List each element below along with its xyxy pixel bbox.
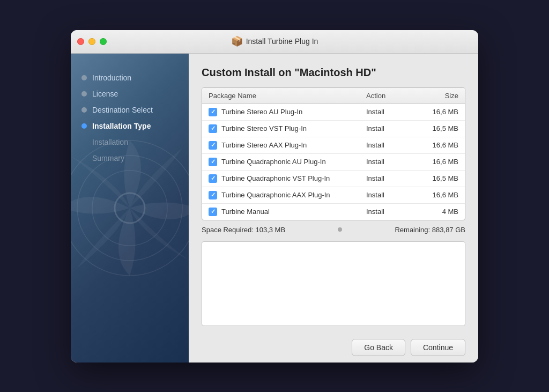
checkbox-row-4[interactable]	[209, 174, 217, 183]
col-header-name: Package Name	[202, 88, 360, 104]
checkbox-row-5[interactable]	[209, 191, 217, 199]
sidebar-dot-summary	[81, 156, 87, 161]
package-action-1: Install	[360, 120, 412, 137]
table-row[interactable]: Turbine Quadraphonic AAX Plug-InInstall1…	[202, 187, 465, 203]
package-size-5: 16,6 MB	[412, 187, 465, 203]
package-size-2: 16,6 MB	[412, 137, 465, 153]
page-title: Custom Install on "Macintosh HD"	[189, 54, 478, 87]
table-row[interactable]: Turbine Quadraphonic VST Plug-InInstall1…	[202, 170, 465, 187]
package-action-2: Install	[360, 137, 412, 153]
sidebar-label-destination: Destination Select	[92, 106, 153, 114]
checkbox-row-0[interactable]	[209, 108, 217, 116]
sidebar-label-installation-type: Installation Type	[92, 122, 151, 130]
go-back-button[interactable]: Go Back	[352, 339, 405, 356]
scroll-dot	[338, 227, 342, 232]
package-size-1: 16,5 MB	[412, 120, 465, 137]
sidebar: Introduction License Destination Select …	[71, 54, 189, 363]
installer-window: 📦 Install Turbine Plug In	[71, 30, 478, 363]
package-name-4: Turbine Quadraphonic VST Plug-In	[221, 174, 330, 182]
table-row[interactable]: Turbine Stereo AAX Plug-InInstall16,6 MB	[202, 137, 465, 153]
remaining-space: Remaining: 883,87 GB	[395, 226, 465, 234]
description-area	[202, 241, 465, 326]
titlebar: 📦 Install Turbine Plug In	[71, 30, 478, 54]
package-size-6: 4 MB	[412, 203, 465, 220]
space-required-label: Space Required:	[202, 226, 254, 234]
package-size-0: 16,6 MB	[412, 103, 465, 120]
package-name-1: Turbine Stereo VST Plug-In	[221, 124, 307, 132]
window-title: 📦 Install Turbine Plug In	[231, 35, 318, 47]
table-row[interactable]: Turbine ManualInstall4 MB	[202, 203, 465, 220]
package-action-0: Install	[360, 103, 412, 120]
checkbox-row-1[interactable]	[209, 124, 217, 133]
sidebar-dot-destination	[81, 107, 87, 113]
maximize-button[interactable]	[100, 38, 107, 45]
checkbox-row-3[interactable]	[209, 158, 217, 166]
package-action-3: Install	[360, 153, 412, 170]
sidebar-label-installation: Installation	[92, 138, 128, 146]
table-header-row: Package Name Action Size	[202, 88, 465, 104]
package-size-3: 16,6 MB	[412, 153, 465, 170]
sidebar-dot-license	[81, 91, 87, 97]
sidebar-item-destination-select[interactable]: Destination Select	[71, 102, 189, 118]
main-content: Introduction License Destination Select …	[71, 54, 478, 363]
col-header-action: Action	[360, 88, 412, 104]
minimize-button[interactable]	[88, 38, 95, 45]
sidebar-item-license[interactable]: License	[71, 86, 189, 102]
remaining-value: 883,87 GB	[432, 226, 465, 234]
scroll-indicator	[338, 226, 342, 233]
package-size-4: 16,5 MB	[412, 170, 465, 187]
package-action-5: Install	[360, 187, 412, 203]
main-panel: Custom Install on "Macintosh HD" Package…	[189, 54, 478, 363]
col-header-size: Size	[412, 88, 465, 104]
bottom-bar: Go Back Continue	[189, 332, 478, 363]
table-row[interactable]: Turbine Quadraphonic AU Plug-InInstall16…	[202, 153, 465, 170]
sidebar-item-installation-type[interactable]: Installation Type	[71, 118, 189, 134]
sidebar-label-introduction: Introduction	[92, 73, 131, 82]
sidebar-dot-installation	[81, 139, 87, 145]
app-icon: 📦	[231, 35, 243, 47]
package-table: Package Name Action Size Turbine Stereo …	[202, 88, 465, 220]
checkbox-row-6[interactable]	[209, 208, 217, 216]
sidebar-item-summary: Summary	[71, 150, 189, 166]
sidebar-dot-introduction	[81, 75, 87, 80]
space-required: Space Required: 103,3 MB	[202, 226, 285, 234]
package-name-0: Turbine Stereo AU Plug-In	[221, 108, 302, 116]
package-name-3: Turbine Quadraphonic AU Plug-In	[221, 158, 326, 166]
continue-button[interactable]: Continue	[411, 339, 465, 356]
window-title-text: Install Turbine Plug In	[246, 37, 318, 46]
package-table-container: Package Name Action Size Turbine Stereo …	[202, 87, 465, 220]
package-action-4: Install	[360, 170, 412, 187]
sidebar-label-license: License	[92, 90, 118, 98]
traffic-lights	[77, 38, 107, 45]
space-info: Space Required: 103,3 MB Remaining: 883,…	[189, 220, 478, 239]
table-row[interactable]: Turbine Stereo VST Plug-InInstall16,5 MB	[202, 120, 465, 137]
remaining-label: Remaining:	[395, 226, 430, 234]
package-action-6: Install	[360, 203, 412, 220]
close-button[interactable]	[77, 38, 84, 45]
sidebar-dot-installation-type	[81, 123, 87, 129]
sidebar-item-introduction[interactable]: Introduction	[71, 70, 189, 86]
sidebar-items: Introduction License Destination Select …	[71, 64, 189, 172]
package-name-5: Turbine Quadraphonic AAX Plug-In	[221, 191, 330, 199]
package-name-2: Turbine Stereo AAX Plug-In	[221, 141, 307, 149]
sidebar-label-summary: Summary	[92, 154, 124, 162]
space-required-value: 103,3 MB	[255, 226, 285, 234]
checkbox-row-2[interactable]	[209, 141, 217, 150]
table-row[interactable]: Turbine Stereo AU Plug-InInstall16,6 MB	[202, 103, 465, 120]
sidebar-item-installation: Installation	[71, 134, 189, 150]
package-name-6: Turbine Manual	[221, 208, 270, 216]
